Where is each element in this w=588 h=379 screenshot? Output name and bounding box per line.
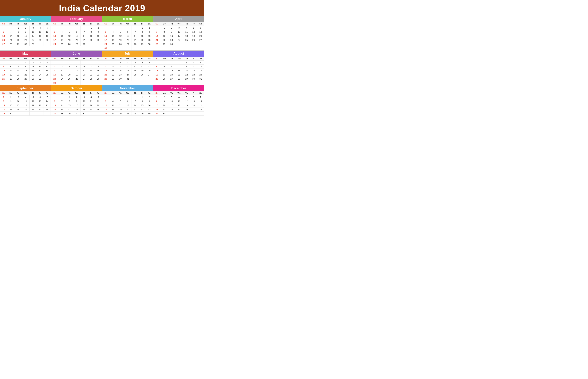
- day-cell: 29: [153, 111, 160, 116]
- day-cell: [51, 95, 58, 99]
- day-header: Su: [51, 57, 58, 61]
- day-cell: 25: [183, 38, 190, 42]
- day-cell: [88, 61, 95, 65]
- table-row: 1234567: [0, 95, 51, 99]
- day-cell: 26: [73, 77, 81, 81]
- table-row: 12345: [0, 26, 51, 30]
- day-cell: 20: [146, 69, 153, 73]
- day-cell: 20: [168, 73, 175, 77]
- day-cell: 31: [37, 77, 44, 81]
- day-cell: 8: [95, 65, 101, 69]
- day-cell: 4: [22, 95, 30, 99]
- day-cell: 14: [44, 99, 50, 103]
- day-cell: [139, 46, 146, 50]
- day-header: We: [175, 91, 183, 95]
- day-cell: [102, 95, 109, 99]
- day-cell: 14: [102, 69, 109, 73]
- day-cell: [88, 81, 95, 85]
- day-header: Sa: [95, 22, 101, 26]
- day-cell: 7: [7, 30, 15, 34]
- day-cell: 30: [190, 77, 197, 81]
- day-header: Tu: [15, 22, 22, 26]
- table-row: 293031: [153, 111, 204, 116]
- day-cell: 4: [66, 65, 73, 69]
- table-row: 24252627282930: [102, 42, 153, 46]
- day-cell: 4: [44, 61, 50, 65]
- day-cell: 16: [190, 69, 197, 73]
- day-cell: 2: [95, 26, 101, 30]
- day-header: Sa: [197, 57, 204, 61]
- day-cell: 24: [37, 73, 44, 77]
- day-cell: [102, 61, 109, 65]
- day-cell: 9: [95, 30, 101, 34]
- day-cell: 18: [175, 103, 183, 108]
- day-cell: [124, 46, 132, 50]
- day-cell: 13: [0, 34, 7, 38]
- day-cell: 12: [117, 103, 124, 108]
- day-cell: 7: [81, 30, 88, 34]
- table-row: 45678910: [153, 65, 204, 69]
- day-cell: 16: [30, 69, 37, 73]
- month-block-november: NovemberSuMoTuWeThFrSa123456789101112131…: [102, 85, 153, 116]
- day-cell: 8: [22, 65, 30, 69]
- table-row: 17181920212223: [51, 38, 102, 42]
- day-cell: 19: [73, 73, 81, 77]
- day-header: Th: [183, 57, 190, 61]
- day-cell: [153, 26, 160, 30]
- day-header: Sa: [146, 91, 153, 95]
- day-cell: 30: [146, 111, 153, 116]
- table-row: 30: [51, 81, 102, 85]
- day-cell: 15: [160, 34, 168, 38]
- day-cell: [168, 61, 175, 65]
- day-cell: 23: [30, 73, 37, 77]
- day-cell: 12: [0, 69, 7, 73]
- day-cell: 30: [146, 42, 153, 46]
- day-cell: 7: [197, 95, 204, 99]
- day-cell: [183, 111, 190, 116]
- table-row: 262728293031: [0, 77, 51, 81]
- day-header: Mo: [160, 22, 168, 26]
- month-block-march: MarchSuMoTuWeThFrSa123456789101112131415…: [102, 16, 153, 51]
- day-cell: 10: [58, 69, 66, 73]
- day-header: Mo: [7, 91, 15, 95]
- day-cell: 9: [30, 65, 37, 69]
- day-cell: 6: [197, 26, 204, 30]
- day-cell: 19: [139, 69, 146, 73]
- day-cell: [175, 42, 183, 46]
- month-block-january: JanuarySuMoTuWeThFrSa1234567891011121314…: [0, 16, 51, 51]
- day-cell: 6: [81, 65, 88, 69]
- day-cell: 26: [30, 108, 37, 111]
- day-cell: [7, 26, 15, 30]
- day-cell: 13: [73, 34, 81, 38]
- day-cell: 28: [44, 108, 50, 111]
- day-header: Fr: [190, 57, 197, 61]
- day-cell: 30: [7, 111, 15, 116]
- day-cell: 2: [168, 26, 175, 30]
- day-header: Th: [30, 22, 37, 26]
- day-cell: 18: [37, 34, 44, 38]
- day-cell: 27: [124, 111, 132, 116]
- day-header: Su: [153, 57, 160, 61]
- day-cell: 7: [153, 30, 160, 34]
- day-cell: 13: [168, 69, 175, 73]
- day-cell: 9: [146, 30, 153, 34]
- day-header: Tu: [15, 91, 22, 95]
- day-header: Tu: [168, 91, 175, 95]
- day-cell: 18: [66, 73, 73, 77]
- day-cell: 26: [95, 108, 101, 111]
- day-header: We: [124, 91, 132, 95]
- day-cell: 1: [95, 61, 101, 65]
- day-cell: 20: [73, 38, 81, 42]
- day-cell: 1: [109, 61, 117, 65]
- day-header: Fr: [88, 57, 95, 61]
- day-cell: 21: [132, 108, 139, 111]
- day-cell: [58, 61, 66, 65]
- day-cell: 15: [15, 34, 22, 38]
- day-cell: 28: [132, 111, 139, 116]
- day-cell: 10: [124, 65, 132, 69]
- day-cell: 28: [15, 77, 22, 81]
- day-cell: 22: [183, 73, 190, 77]
- day-cell: 3: [30, 26, 37, 30]
- day-cell: 5: [183, 95, 190, 99]
- day-cell: 2: [30, 61, 37, 65]
